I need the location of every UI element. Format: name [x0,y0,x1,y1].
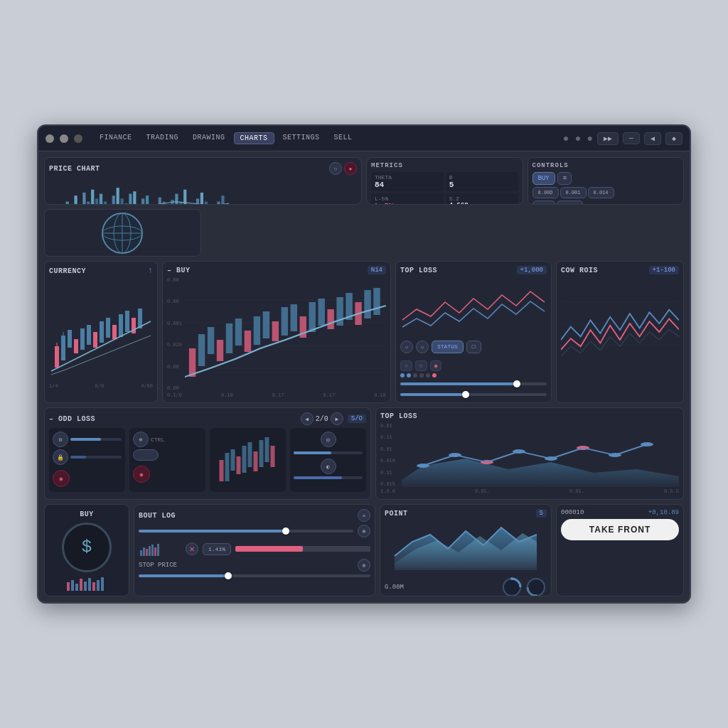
sub2-action[interactable]: ◉ [133,466,150,483]
metrics-grid: THETA 84 B 5 L-5% L-5% S.2 4.568 [371,172,518,205]
svg-rect-63 [119,314,123,337]
svg-rect-121 [97,580,100,591]
svg-rect-23 [146,196,149,205]
buy-circle[interactable]: $ [62,523,112,572]
top-loss-ctrl-1[interactable]: ○ [400,341,413,353]
svg-rect-41 [221,196,224,205]
buy-sparkline [65,577,108,591]
cow-rois-chart [561,277,679,370]
metrics-label: METRICS [371,162,518,169]
svg-rect-62 [112,325,117,339]
sub4-icon1[interactable]: ◎ [321,432,336,447]
chart-ctrl-2[interactable]: ● [344,162,357,175]
stop-price-label: STOP PRICE [139,562,177,569]
svg-rect-72 [198,334,205,366]
cow-rois-title: COW ROIS [561,267,598,274]
bout-log-value[interactable]: 1.41% [203,543,231,555]
odd-loss-nav-left[interactable]: ◀ [301,412,314,425]
window-btn-3[interactable] [74,134,82,143]
mini-ctrl-2[interactable]: ○ [415,360,427,371]
window-btn-2[interactable] [60,134,68,143]
bout-log-slider-1[interactable] [139,530,353,532]
svg-rect-12 [100,194,102,205]
ctrl-val-5[interactable]: 0.003 [557,200,583,205]
svg-rect-91 [373,288,380,315]
bottom-center-header: POINT S [385,509,547,518]
panel-bottom-center: POINT S [380,504,552,596]
top-loss-ctrl-2[interactable]: ○ [416,341,429,353]
ctrl-buy[interactable]: BUY [532,172,555,185]
odd-loss-badge: S/O [348,414,366,423]
svg-rect-77 [245,331,251,352]
stop-price-slider[interactable] [139,574,370,577]
svg-rect-73 [208,327,214,354]
nav-settings[interactable]: SETTINGS [277,132,326,144]
sub4-icon2[interactable]: ◐ [321,459,336,474]
buy-chart-title: – BUY [167,267,191,274]
bout-log-cancel[interactable]: ✕ [186,542,198,555]
buy-chart-header: – BUY N14 [167,266,386,274]
nav-charts[interactable]: CHARTS [234,132,274,144]
svg-rect-37 [205,202,208,205]
svg-rect-84 [309,302,316,332]
nav-sell[interactable]: SELL [328,132,358,144]
svg-rect-99 [242,446,247,473]
take-front-label2: +0,10.89 [648,509,679,516]
sub3-chart [213,432,282,481]
metric-s2: S.2 4.568 [446,193,518,205]
mini-ctrl-1[interactable]: ○ [400,360,412,371]
top-loss-status[interactable]: STATUS [432,341,464,353]
buy-chart-svg [185,277,386,391]
globe-icon [97,209,147,257]
sub1-icon[interactable]: ⚙ [53,432,68,447]
ctrl-icon[interactable]: ≡ [557,172,572,185]
nav-actions: ● ● ● ▶▶ — ◀ ◆ [563,132,682,145]
stop-price-icon[interactable]: ⊕ [358,559,370,572]
sub1-lock[interactable]: 🔒 [53,449,68,465]
ctrl-val-1[interactable]: 0.00D [532,187,559,198]
svg-rect-71 [189,348,196,377]
bottom-center-chart [385,520,547,570]
window-btn-1[interactable] [46,134,54,143]
nav-dots: ● ● ● [563,133,593,144]
dollar-icon: $ [82,537,92,557]
nav-action-forward[interactable]: ▶▶ [597,132,619,145]
panel-buy-bottom: BUY $ [44,504,129,596]
mini-ctrl-3[interactable]: ◉ [430,360,442,371]
sub2-icon1[interactable]: ⊕ [133,432,149,447]
svg-rect-57 [80,328,85,350]
take-front-button[interactable]: TAKE FRONT [561,519,679,540]
panel-metrics: METRICS THETA 84 B 5 L-5% L-5% [366,157,523,205]
ctrl-val-2[interactable]: 0.001 [560,187,587,198]
sub1-action[interactable]: ◉ [53,470,70,487]
ctrl-val-3[interactable]: 0.014 [588,187,614,198]
nav-action-speaker[interactable]: ◀ [644,132,661,145]
panel-top-loss: TOP LOSS +1,000 ○ ○ STATUS □ [395,261,552,403]
ctrl-val-4[interactable]: 0.1W [532,200,556,205]
svg-rect-103 [265,437,269,462]
top-loss-chart [400,277,547,334]
bout-log-close[interactable]: × [358,509,370,522]
chart-title: Price Chart [49,165,100,173]
currency-arrow[interactable]: ↑ [148,266,153,276]
slider-1[interactable] [400,382,547,385]
nav-trading[interactable]: TRADING [141,132,185,144]
svg-marker-105 [402,459,679,487]
odd-loss-nav-right[interactable]: ▶ [331,412,343,425]
svg-rect-20 [133,191,136,205]
chart-ctrl-1[interactable]: ○ [329,162,342,175]
svg-rect-96 [225,453,230,481]
app-window: FINANCE TRADING DRAWING CHARTS SETTINGS … [37,124,691,604]
bout-log-mini-chart [139,542,181,556]
dot-2 [407,373,411,378]
sub2-toggle[interactable] [133,449,159,461]
nav-action-diamond[interactable]: ◆ [665,132,682,145]
nav-drawing[interactable]: DRAWING [187,132,231,144]
svg-rect-15 [112,196,115,205]
slider-2[interactable] [400,393,547,396]
top-loss-ctrl-3[interactable]: □ [466,341,481,353]
nav-finance[interactable]: FINANCE [94,132,138,144]
odd-loss-title: – ODD LOSS [49,415,95,423]
nav-action-minus[interactable]: — [623,132,640,144]
bout-log-slider1-icon[interactable]: ⊕ [358,525,370,537]
